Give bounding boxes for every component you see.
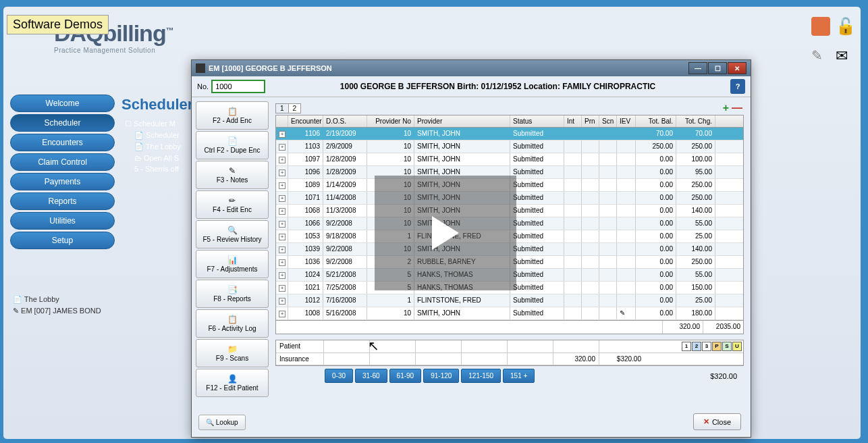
table-row[interactable]: +10369/2/20082RUBBLE, BARNEYSubmitted0.0… [276,256,743,269]
expand-icon[interactable]: + [279,131,286,138]
table-row[interactable]: +11032/9/200910SMITH, JOHNSubmitted250.0… [276,140,743,153]
side-btn-f9-scans[interactable]: 📁F9 - Scans [196,339,269,367]
table-row[interactable]: +10539/18/20081FLINTSTONE, FREDSubmitted… [276,230,743,243]
aging-btn-151-[interactable]: 151 + [503,369,535,383]
col-scn[interactable]: Scn [599,115,617,127]
no-input[interactable] [211,80,265,93]
remove-icon[interactable]: — [732,102,742,114]
table-row[interactable]: +11062/19/200910SMITH, JOHNSubmitted70.0… [276,128,743,140]
badge-p[interactable]: P [712,342,722,351]
table-row[interactable]: +10669/2/200810SMITH, JOHNSubmitted0.005… [276,217,743,230]
tree-root[interactable]: ☐ Scheduler M [125,118,181,130]
col-encounter[interactable]: Encounter [288,115,323,127]
tree-item[interactable]: 📄 Scheduler [125,130,181,141]
modal-titlebar[interactable]: EM [1000] GEORGE B JEFFERSON — ☐ ✕ [192,60,751,76]
aging-btn-0-30[interactable]: 0-30 [325,369,353,383]
table-row[interactable]: +107111/4/200810SMITH, JOHNSubmitted0.00… [276,192,743,205]
nav-reports[interactable]: Reports [10,192,115,210]
table-row[interactable]: +10961/28/200910SMITH, JOHNSubmitted0.00… [276,166,743,179]
open-window-item[interactable]: 📄 The Lobby [10,294,125,305]
col-tot-bal[interactable]: Tot. Bal. [636,115,676,127]
nav-welcome[interactable]: Welcome [10,95,115,112]
col-int[interactable]: Int [564,115,582,127]
col-iev[interactable]: IEV [617,115,636,127]
nav-encounters[interactable]: Encounters [10,134,115,151]
expand-icon[interactable]: + [279,195,286,202]
badge-s[interactable]: S [722,342,732,351]
page-title: Scheduler [121,96,193,113]
expand-icon[interactable]: + [279,170,286,176]
mail-icon[interactable]: ✉ [836,47,855,66]
lock-icon[interactable]: 🔓 [836,17,855,36]
side-btn-f2-add-enc[interactable]: 📋F2 - Add Enc [196,101,269,130]
window-icon [196,63,205,73]
expand-icon[interactable]: + [279,311,286,317]
table-row[interactable]: +10399/2/200810SMITH, JOHNSubmitted0.001… [276,243,743,256]
col-tot-chg[interactable]: Tot. Chg. [676,115,715,127]
maximize-button[interactable]: ☐ [708,62,727,74]
window-close-button[interactable]: ✕ [728,62,747,74]
aging-btn-91-120[interactable]: 91-120 [423,369,459,383]
table-row[interactable]: +10245/21/20085HANKS, THOMASSubmitted0.0… [276,269,743,282]
expand-icon[interactable]: + [279,157,286,163]
open-window-item[interactable]: ✎ EM [007] JAMES BOND [10,305,125,317]
expand-icon[interactable]: + [279,259,286,266]
tree-item[interactable]: 🗁 Open All S [125,153,181,163]
table-row[interactable]: +10217/25/20085HANKS, THOMASSubmitted0.0… [276,282,743,294]
help-icon[interactable] [811,17,830,36]
col-status[interactable]: Status [510,115,564,127]
badge-u[interactable]: U [732,342,742,351]
badge-2[interactable]: 2 [692,342,701,351]
pen-icon[interactable]: ✎ [811,47,830,66]
side-btn-f7-adjustments[interactable]: 📊F7 - Adjustments [196,250,269,278]
help-button[interactable]: ? [730,79,745,94]
expand-icon[interactable]: + [279,298,286,305]
modal-title: EM [1000] GEORGE B JEFFERSON [209,64,332,72]
aging-btn-61-90[interactable]: 61-90 [389,369,422,383]
side-btn-f5-review-history[interactable]: 🔍F5 - Review History [196,220,269,249]
expand-icon[interactable]: + [279,144,286,151]
left-nav: WelcomeSchedulerEncountersClaim ControlP… [10,95,115,251]
col-provider[interactable]: Provider [414,115,510,127]
close-button[interactable]: ✕ Close [693,413,741,430]
col-dos[interactable]: D.O.S. [323,115,367,127]
nav-claim-control[interactable]: Claim Control [10,153,115,171]
side-btn-f4-edit-enc[interactable]: ✏F4 - Edit Enc [196,190,269,219]
tab-2[interactable]: 2 [288,103,302,113]
expand-icon[interactable]: + [279,182,286,189]
table-row[interactable]: +106811/3/200810SMITH, JOHNSubmitted0.00… [276,205,743,217]
expand-icon[interactable]: + [279,221,286,228]
expand-icon[interactable]: + [279,234,286,240]
side-btn-ctrl-f2-dupe-enc[interactable]: 📄Ctrl F2 - Dupe Enc [196,131,269,159]
table-row[interactable]: +10891/14/200910SMITH, JOHNSubmitted0.00… [276,179,743,192]
nav-payments[interactable]: Payments [10,173,115,190]
table-row[interactable]: +10127/16/20081FLINTSTONE, FREDSubmitted… [276,294,743,307]
side-btn-f8-reports[interactable]: 📑F8 - Reports [196,280,269,308]
close-icon: ✕ [703,417,709,426]
tab-1[interactable]: 1 [275,103,289,113]
expand-icon[interactable]: + [279,208,286,215]
col-prn[interactable]: Prn [582,115,599,127]
tree-item[interactable]: 📄 The Lobby [125,141,181,153]
minimize-button[interactable]: — [688,62,707,74]
add-icon[interactable]: + [723,102,729,114]
col-provider-no[interactable]: Provider No [367,115,414,127]
expand-icon[interactable]: + [279,272,286,279]
badge-1[interactable]: 1 [682,342,691,351]
grid-header: Encounter D.O.S. Provider No Provider St… [276,115,743,128]
expand-icon[interactable]: + [279,285,286,292]
nav-utilities[interactable]: Utilities [10,212,115,230]
side-btn-f3-notes[interactable]: ✎F3 - Notes [196,161,269,189]
aging-btn-121-150[interactable]: 121-150 [461,369,501,383]
lookup-button[interactable]: 🔍 Lookup [198,415,246,430]
nav-setup[interactable]: Setup [10,232,115,249]
table-row[interactable]: +10971/28/200910SMITH, JOHNSubmitted0.00… [276,153,743,166]
tree-item[interactable]: 5 - Sherris off [125,163,181,174]
side-btn-f12-edit-patient[interactable]: 👤F12 - Edit Patient [196,369,269,397]
nav-scheduler[interactable]: Scheduler [10,114,115,132]
aging-btn-31-60[interactable]: 31-60 [355,369,387,383]
badge-3[interactable]: 3 [702,342,711,351]
table-row[interactable]: +10085/16/200810SMITH, JOHNSubmitted✎0.0… [276,307,743,320]
expand-icon[interactable]: + [279,246,286,253]
side-btn-f6-activity-log[interactable]: 📋F6 - Activity Log [196,309,269,338]
